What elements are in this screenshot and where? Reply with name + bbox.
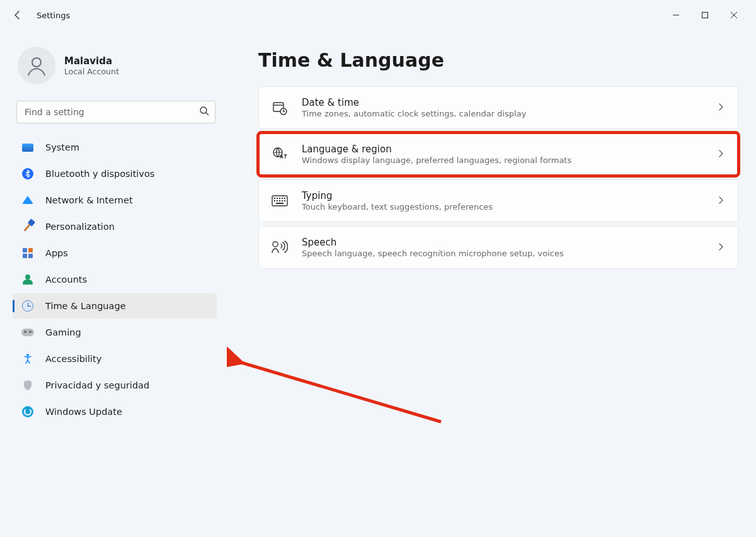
avatar xyxy=(18,47,55,84)
user-name: Malavida xyxy=(64,55,119,67)
svg-rect-10 xyxy=(279,198,280,199)
svg-rect-0 xyxy=(702,13,708,18)
svg-rect-8 xyxy=(274,198,275,199)
speech-icon xyxy=(272,239,288,256)
accessibility-icon xyxy=(21,353,34,365)
sidebar-item-label: Network & Internet xyxy=(45,195,133,205)
sidebar-item-label: Personalization xyxy=(45,222,115,232)
sidebar-item-personalization[interactable]: Personalization xyxy=(13,214,217,239)
privacy-icon xyxy=(21,379,34,392)
close-icon xyxy=(730,11,738,19)
sidebar-item-system[interactable]: System xyxy=(13,135,217,160)
sidebar-item-accessibility[interactable]: Accessibility xyxy=(13,346,217,371)
sidebar-item-label: Accounts xyxy=(45,274,87,285)
minimize-button[interactable] xyxy=(662,5,690,25)
card-speech[interactable]: Speech Speech language, speech recogniti… xyxy=(258,226,738,269)
svg-rect-18 xyxy=(276,203,284,204)
sidebar-item-time-language[interactable]: Time & Language xyxy=(13,293,217,319)
typing-icon xyxy=(272,193,288,209)
sidebar-item-privacy[interactable]: Privacidad y seguridad xyxy=(13,373,217,398)
sidebar-item-gaming[interactable]: Gaming xyxy=(13,320,217,345)
nav: System Bluetooth y dispositivos Network … xyxy=(13,135,219,424)
close-button[interactable] xyxy=(719,5,748,25)
card-date-time[interactable]: Date & time Time zones, automatic clock … xyxy=(258,86,738,129)
user-subtitle: Local Account xyxy=(64,67,119,76)
network-icon xyxy=(21,194,34,206)
chevron-right-icon xyxy=(716,149,725,161)
date-time-icon xyxy=(272,99,288,116)
app-title: Settings xyxy=(37,11,70,20)
search-input[interactable] xyxy=(16,101,215,123)
chevron-right-icon xyxy=(716,102,725,114)
svg-rect-9 xyxy=(277,198,278,199)
accounts-icon xyxy=(21,273,34,286)
sidebar-item-windows-update[interactable]: Windows Update xyxy=(13,399,217,424)
search-wrap xyxy=(16,101,215,123)
language-region-icon xyxy=(272,146,288,162)
sidebar-item-label: Apps xyxy=(45,248,68,258)
sidebar: Malavida Local Account System Bluetooth … xyxy=(0,30,227,537)
chevron-right-icon xyxy=(716,195,725,207)
maximize-icon xyxy=(701,11,709,19)
bluetooth-icon xyxy=(21,167,34,180)
card-desc: Windows display language, preferred lang… xyxy=(302,155,702,165)
card-title: Date & time xyxy=(302,97,702,108)
sidebar-item-label: Accessibility xyxy=(45,354,101,364)
window-controls xyxy=(662,5,748,25)
user-block[interactable]: Malavida Local Account xyxy=(13,43,219,97)
svg-point-19 xyxy=(273,242,278,247)
sidebar-item-label: Privacidad y seguridad xyxy=(45,380,149,390)
sidebar-item-accounts[interactable]: Accounts xyxy=(13,267,217,292)
personalization-icon xyxy=(21,220,34,233)
svg-rect-15 xyxy=(279,200,280,201)
sidebar-item-apps[interactable]: Apps xyxy=(13,240,217,266)
back-button[interactable] xyxy=(8,5,28,25)
minimize-icon xyxy=(672,11,680,19)
settings-cards: Date & time Time zones, automatic clock … xyxy=(258,86,738,269)
page-title: Time & Language xyxy=(258,49,738,71)
sidebar-item-network[interactable]: Network & Internet xyxy=(13,188,217,213)
main-content: Time & Language Date & time Time zones, … xyxy=(227,30,756,537)
svg-rect-14 xyxy=(277,200,278,201)
titlebar: Settings xyxy=(0,0,756,30)
gaming-icon xyxy=(21,326,34,339)
sidebar-item-label: System xyxy=(45,142,79,152)
sidebar-item-label: Gaming xyxy=(45,327,81,337)
svg-point-1 xyxy=(32,58,41,67)
avatar-icon xyxy=(25,54,48,77)
card-desc: Time zones, automatic clock settings, ca… xyxy=(302,109,702,118)
svg-rect-16 xyxy=(282,200,283,201)
windows-update-icon xyxy=(21,405,34,418)
card-typing[interactable]: Typing Touch keyboard, text suggestions,… xyxy=(258,179,738,222)
apps-icon xyxy=(21,247,34,259)
maximize-button[interactable] xyxy=(690,5,719,25)
svg-rect-17 xyxy=(284,200,285,201)
card-language-region[interactable]: Language & region Windows display langua… xyxy=(258,133,738,176)
sidebar-item-bluetooth[interactable]: Bluetooth y dispositivos xyxy=(13,161,217,186)
card-title: Speech xyxy=(302,237,702,248)
card-desc: Touch keyboard, text suggestions, prefer… xyxy=(302,202,702,212)
chevron-right-icon xyxy=(716,242,725,254)
sidebar-item-label: Windows Update xyxy=(45,407,122,417)
system-icon xyxy=(21,141,34,154)
svg-rect-11 xyxy=(282,198,283,199)
card-title: Language & region xyxy=(302,144,702,155)
time-language-icon xyxy=(21,300,34,312)
svg-rect-12 xyxy=(284,198,285,199)
card-title: Typing xyxy=(302,190,702,201)
back-arrow-icon xyxy=(13,10,23,20)
sidebar-item-label: Bluetooth y dispositivos xyxy=(45,169,154,179)
sidebar-item-label: Time & Language xyxy=(45,301,126,311)
svg-rect-13 xyxy=(274,200,275,201)
card-desc: Speech language, speech recognition micr… xyxy=(302,249,702,258)
